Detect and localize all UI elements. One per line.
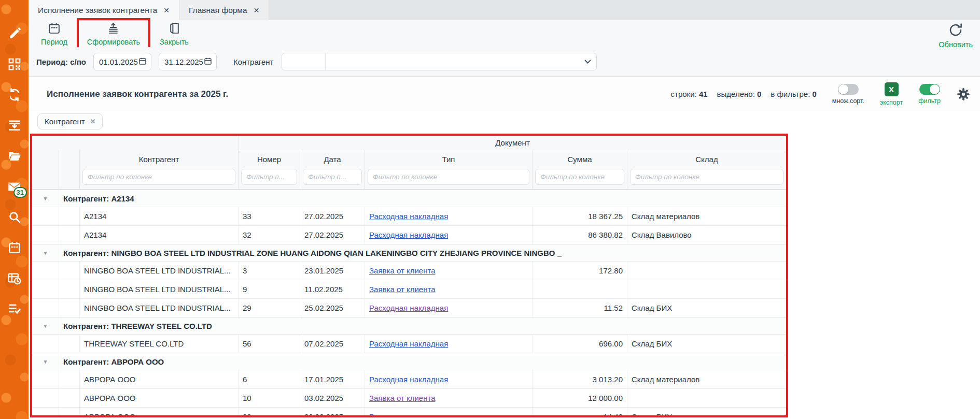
- rows-label: строки:: [671, 90, 697, 98]
- chevron-down-icon[interactable]: [579, 60, 596, 64]
- print-export-icon[interactable]: [7, 118, 22, 133]
- filter-toggle[interactable]: [919, 84, 940, 95]
- document-link[interactable]: Расходная накладная: [369, 412, 448, 417]
- mail-icon[interactable]: 31: [7, 179, 22, 194]
- cell-counterparty: NINGBO BOA STEEL LTD INDUSTRIAL...: [80, 280, 239, 298]
- table-row[interactable]: АВРОРА ООО1003.02.2025Заявка от клиента1…: [32, 388, 786, 407]
- task-list-icon[interactable]: [7, 301, 22, 316]
- generate-icon: [107, 22, 120, 37]
- cell-amount: 14.40: [533, 408, 627, 417]
- table-filter-row: [32, 165, 786, 190]
- collapse-triangle-icon[interactable]: ▼: [32, 317, 59, 334]
- sidebar: 31: [0, 0, 29, 419]
- tab-main-form[interactable]: Главная форма ✕: [179, 0, 269, 20]
- table-row[interactable]: NINGBO BOA STEEL LTD INDUSTRIAL...2925.0…: [32, 298, 786, 317]
- search-icon[interactable]: [7, 209, 22, 225]
- cell-date: 25.02.2025: [300, 299, 365, 317]
- header-blank-col: [59, 150, 80, 165]
- row-blank-cell: [59, 299, 80, 317]
- close-button[interactable]: Закрыть: [155, 21, 194, 47]
- tab-report[interactable]: Исполнение заявок контрагента ✕: [29, 0, 179, 20]
- column-filter-type[interactable]: [368, 169, 529, 185]
- date-to-field[interactable]: 31.12.2025: [159, 53, 217, 70]
- period-button-label: Период: [41, 38, 67, 46]
- col-header-type[interactable]: Тип: [365, 150, 533, 165]
- period-button[interactable]: Период: [36, 21, 73, 47]
- document-link[interactable]: Заявка от клиента: [369, 285, 435, 294]
- chip-label: Контрагент: [45, 117, 85, 126]
- group-row: ▼Контрагент: THREEWAY STEEL CO.LTD: [32, 317, 786, 334]
- row-blank-cell: [59, 408, 80, 417]
- multisort-toggle[interactable]: [838, 84, 859, 95]
- counterparty-select[interactable]: [282, 53, 597, 70]
- table-row[interactable]: NINGBO BOA STEEL LTD INDUSTRIAL...323.01…: [32, 261, 786, 280]
- group-row: ▼Контрагент: NINGBO BOA STEEL LTD INDUST…: [32, 244, 786, 261]
- col-header-amount[interactable]: Сумма: [533, 150, 627, 165]
- group-row: ▼Контрагент: A2134: [32, 190, 786, 207]
- tab-close-icon[interactable]: ✕: [163, 6, 170, 15]
- column-filter-number[interactable]: [241, 169, 297, 185]
- document-link[interactable]: Расходная накладная: [369, 230, 448, 239]
- cell-number: 33: [239, 207, 300, 225]
- table-row[interactable]: АВРОРА ООО2006.02.2025Расходная накладна…: [32, 407, 786, 417]
- col-header-date[interactable]: Дата: [300, 150, 365, 165]
- date-from-field[interactable]: 01.01.2025: [93, 53, 151, 70]
- collapse-triangle-icon[interactable]: ▼: [32, 244, 59, 261]
- counterparty-code-input[interactable]: [282, 53, 326, 70]
- col-header-warehouse[interactable]: Склад: [627, 150, 786, 165]
- cell-date: 27.02.2025: [300, 226, 365, 244]
- qr-code-icon[interactable]: [7, 56, 22, 72]
- col-header-number[interactable]: Номер: [239, 150, 300, 165]
- table-row[interactable]: A21343227.02.2025Расходная накладная86 3…: [32, 225, 786, 244]
- excel-export-icon[interactable]: X: [885, 82, 899, 96]
- collapse-triangle-icon[interactable]: ▼: [32, 190, 59, 207]
- cell-doc-type: Расходная накладная: [365, 335, 533, 353]
- document-link[interactable]: Расходная накладная: [369, 304, 448, 312]
- refresh-button[interactable]: Обновить: [939, 22, 973, 49]
- document-link[interactable]: Расходная накладная: [369, 339, 448, 348]
- table-row[interactable]: АВРОРА ООО617.01.2025Расходная накладная…: [32, 370, 786, 388]
- column-filter-warehouse[interactable]: [630, 169, 783, 185]
- column-filter-counterparty[interactable]: [82, 169, 235, 185]
- row-expander-cell: [32, 280, 59, 298]
- gear-icon[interactable]: [956, 87, 971, 102]
- row-blank-cell: [59, 262, 80, 280]
- sync-icon[interactable]: [7, 87, 22, 103]
- collapse-triangle-icon[interactable]: ▼: [32, 353, 59, 370]
- document-link[interactable]: Расходная накладная: [369, 212, 448, 221]
- period-range-label: Период: с/по: [36, 57, 86, 66]
- group-label: Контрагент: A2134: [59, 190, 786, 207]
- table-row[interactable]: NINGBO BOA STEEL LTD INDUSTRIAL...911.02…: [32, 280, 786, 298]
- cell-number: 6: [239, 370, 300, 388]
- cell-warehouse: [627, 389, 786, 407]
- cell-amount: 696.00: [533, 335, 627, 353]
- close-button-label: Закрыть: [160, 38, 189, 46]
- chip-close-icon[interactable]: ✕: [90, 118, 96, 125]
- cell-counterparty: NINGBO BOA STEEL LTD INDUSTRIAL...: [80, 299, 239, 317]
- date-to-value: 31.12.2025: [164, 57, 203, 66]
- table-row[interactable]: A21343327.02.2025Расходная накладная18 3…: [32, 207, 786, 225]
- generate-button[interactable]: Сформировать: [82, 21, 145, 47]
- row-blank-cell: [59, 226, 80, 244]
- report-schedule-icon[interactable]: [7, 270, 22, 286]
- calendar-icon[interactable]: [7, 240, 22, 255]
- folder-icon[interactable]: [7, 148, 22, 164]
- generate-button-label: Сформировать: [87, 38, 140, 46]
- counterparty-group-chip[interactable]: Контрагент ✕: [37, 113, 103, 129]
- column-filter-amount[interactable]: [535, 169, 624, 185]
- pencil-icon[interactable]: [7, 26, 22, 41]
- row-blank-cell: [59, 280, 80, 298]
- column-filter-date[interactable]: [303, 169, 362, 185]
- tab-close-icon[interactable]: ✕: [254, 6, 260, 15]
- cell-counterparty: АВРОРА ООО: [80, 408, 239, 417]
- filter-toggle-label: фильтр: [918, 97, 941, 105]
- document-link[interactable]: Заявка от клиента: [369, 266, 435, 275]
- document-link[interactable]: Расходная накладная: [369, 375, 448, 384]
- col-header-counterparty[interactable]: Контрагент: [80, 150, 239, 165]
- cell-amount: 11.52: [533, 299, 627, 317]
- group-label: Контрагент: THREEWAY STEEL CO.LTD: [59, 317, 786, 334]
- document-link[interactable]: Заявка от клиента: [369, 394, 435, 402]
- cell-warehouse: [627, 262, 786, 280]
- cell-date: 03.02.2025: [300, 389, 365, 407]
- table-row[interactable]: THREEWAY STEEL CO.LTD5607.02.2025Расходн…: [32, 334, 786, 353]
